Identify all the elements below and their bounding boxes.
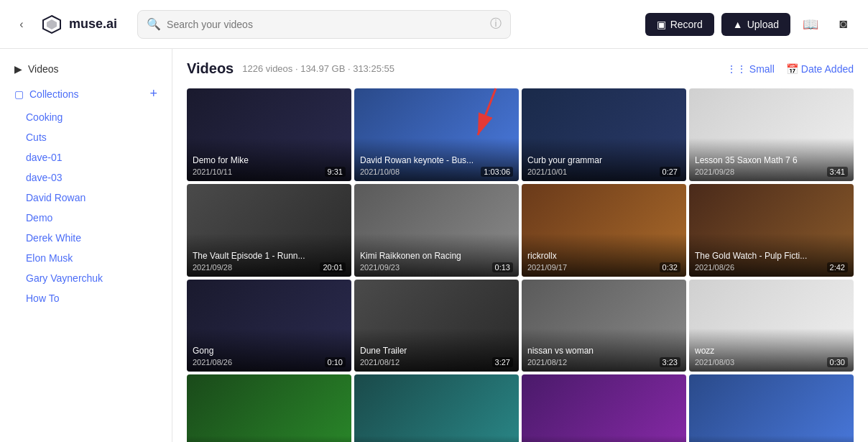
content-meta: 1226 videos · 134.97 GB · 313:25:55 <box>242 63 394 74</box>
video-duration: 0:30 <box>827 357 848 367</box>
video-card[interactable]: 2021/07/10 <box>689 374 854 442</box>
sidebar-collections-header[interactable]: ▢ Collections + <box>0 80 172 107</box>
video-duration: 3:27 <box>492 357 513 367</box>
video-card[interactable]: Lesson 35 Saxon Math 7 62021/09/283:41 <box>689 88 854 181</box>
video-duration: 3:23 <box>660 357 680 367</box>
view-toggle[interactable]: ⋮⋮ Small <box>726 63 775 75</box>
video-card[interactable]: The Gold Watch - Pulp Ficti...2021/08/26… <box>689 184 854 277</box>
video-title: nissan vs woman <box>527 346 680 356</box>
sidebar-item-derek-white[interactable]: Derek White <box>0 228 172 248</box>
upload-button[interactable]: ▲ Upload <box>721 13 790 36</box>
sidebar-item-dave03[interactable]: dave-03 <box>0 167 172 188</box>
video-duration: 0:27 <box>660 167 680 177</box>
video-card[interactable]: Demo for Mike2021/10/119:31 <box>187 88 351 181</box>
search-bar: 🔍 ⓘ <box>137 10 511 39</box>
sidebar-item-david-rowan[interactable]: David Rowan <box>0 188 172 208</box>
play-icon: ▶ <box>14 63 22 75</box>
video-title: The Vault Episode 1 - Runn... <box>193 251 346 261</box>
video-duration: 1:03:06 <box>481 167 513 177</box>
video-card[interactable]: The Vault Episode 1 - Runn...2021/09/282… <box>187 184 351 277</box>
video-grid-container: Demo for Mike2021/10/119:31David Rowan k… <box>187 88 854 442</box>
video-date: 2021/09/28 <box>193 263 232 272</box>
content-title-area: Videos 1226 videos · 134.97 GB · 313:25:… <box>187 60 394 77</box>
video-date: 2021/08/26 <box>695 263 734 272</box>
search-input[interactable] <box>167 19 484 30</box>
video-title: wozz <box>695 346 848 356</box>
back-button[interactable]: ‹ <box>11 14 32 34</box>
video-card[interactable]: wozz2021/08/030:30 <box>689 280 854 372</box>
video-card[interactable]: Dune Trailer2021/08/123:27 <box>354 280 519 372</box>
sidebar: ▶ Videos ▢ Collections + Cooking Cuts da… <box>0 49 172 442</box>
video-date: 2021/09/17 <box>527 263 567 272</box>
sidebar-item-gary-vaynerchuk[interactable]: Gary Vaynerchuk <box>0 268 172 288</box>
video-date: 2021/08/03 <box>695 358 734 367</box>
svg-marker-1 <box>47 19 57 29</box>
video-card[interactable]: David Rowan keynote - Bus...2021/10/081:… <box>354 88 519 181</box>
sidebar-item-elon-musk[interactable]: Elon Musk <box>0 248 172 268</box>
video-duration: 2:42 <box>827 262 848 272</box>
video-card[interactable]: 2021/07/15 <box>522 374 686 442</box>
content-controls: ⋮⋮ Small 📅 Date Added <box>726 63 854 75</box>
video-title: Curb your grammar <box>527 155 680 165</box>
content-header: Videos 1226 videos · 134.97 GB · 313:25:… <box>187 60 854 77</box>
calendar-icon: 📅 <box>786 63 798 75</box>
video-title: rickrollx <box>527 251 680 261</box>
logo: muse.ai <box>40 13 117 36</box>
video-grid: Demo for Mike2021/10/119:31David Rowan k… <box>187 88 854 442</box>
page-title: Videos <box>187 60 234 77</box>
video-date: 2021/09/23 <box>360 263 400 272</box>
video-duration: 3:41 <box>827 167 848 177</box>
header-actions: ▣ Record ▲ Upload 📖 ◙ <box>645 11 857 37</box>
logo-text: muse.ai <box>69 17 117 32</box>
header: ‹ muse.ai 🔍 ⓘ ▣ Record ▲ Upload 📖 ◙ <box>0 0 868 49</box>
collections-label: ▢ Collections <box>14 88 78 100</box>
grid-icon: ⋮⋮ <box>726 63 747 75</box>
add-collection-button[interactable]: + <box>149 86 157 101</box>
video-date: 2021/08/26 <box>193 358 232 367</box>
record-icon: ▣ <box>657 19 666 30</box>
sidebar-item-videos[interactable]: ▶ Videos <box>0 57 172 80</box>
video-card[interactable]: nissan vs woman2021/08/123:23 <box>522 280 686 372</box>
video-date: 2021/08/12 <box>527 358 567 367</box>
video-duration: 0:32 <box>660 262 680 272</box>
date-sort[interactable]: 📅 Date Added <box>786 63 854 75</box>
video-title: Kimi Raikkonen on Racing <box>360 251 513 261</box>
video-title: Dune Trailer <box>360 346 513 356</box>
logo-icon <box>40 13 63 36</box>
collections-icon: ▢ <box>14 88 24 100</box>
video-duration: 9:31 <box>325 167 346 177</box>
sidebar-item-how-to[interactable]: How To <box>0 288 172 308</box>
content-area: Videos 1226 videos · 134.97 GB · 313:25:… <box>172 49 868 442</box>
video-card[interactable]: 2021/07/29 <box>187 374 351 442</box>
user-icon-button[interactable]: ◙ <box>831 11 857 37</box>
video-card[interactable]: Curb your grammar2021/10/010:27 <box>522 88 686 181</box>
video-date: 2021/10/08 <box>360 167 400 176</box>
video-card[interactable]: rickrollx2021/09/170:32 <box>522 184 686 277</box>
book-icon-button[interactable]: 📖 <box>798 11 823 37</box>
video-date: 2021/10/01 <box>527 167 567 176</box>
sidebar-item-demo[interactable]: Demo <box>0 208 172 228</box>
video-title: The Gold Watch - Pulp Ficti... <box>695 251 848 261</box>
sidebar-item-cuts[interactable]: Cuts <box>0 127 172 147</box>
search-icon: 🔍 <box>147 17 161 31</box>
upload-icon: ▲ <box>733 19 743 30</box>
sidebar-item-dave01[interactable]: dave-01 <box>0 147 172 167</box>
sidebar-item-cooking[interactable]: Cooking <box>0 107 172 127</box>
video-card[interactable]: 2021/07/22 <box>354 374 519 442</box>
video-card[interactable]: Kimi Raikkonen on Racing2021/09/230:13 <box>354 184 519 277</box>
video-date: 2021/09/28 <box>695 167 734 176</box>
info-icon[interactable]: ⓘ <box>490 17 502 32</box>
video-date: 2021/08/12 <box>360 358 400 367</box>
video-duration: 20:01 <box>320 262 346 272</box>
video-title: Gong <box>193 346 346 356</box>
video-card[interactable]: Gong2021/08/260:10 <box>187 280 351 372</box>
video-title: David Rowan keynote - Bus... <box>360 155 513 165</box>
video-title: Demo for Mike <box>193 155 346 165</box>
video-date: 2021/10/11 <box>193 167 232 176</box>
video-duration: 0:10 <box>325 357 346 367</box>
main-layout: ▶ Videos ▢ Collections + Cooking Cuts da… <box>0 49 868 442</box>
record-button[interactable]: ▣ Record <box>645 13 714 36</box>
video-duration: 0:13 <box>492 262 513 272</box>
video-title: Lesson 35 Saxon Math 7 6 <box>695 155 848 165</box>
